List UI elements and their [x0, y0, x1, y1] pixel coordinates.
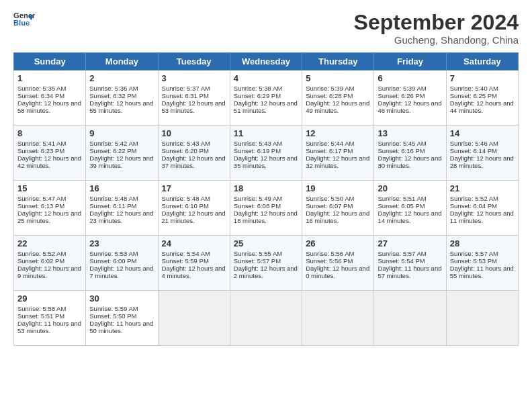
table-row: 23 Sunrise: 5:53 AM Sunset: 6:00 PM Dayl…: [86, 236, 158, 291]
empty-cell: [230, 291, 302, 346]
month-title: September 2024: [354, 11, 519, 34]
table-row: 1 Sunrise: 5:35 AM Sunset: 6:34 PM Dayli…: [14, 71, 86, 126]
table-row: 12 Sunrise: 5:44 AM Sunset: 6:17 PM Dayl…: [302, 126, 374, 181]
calendar-week-3: 15 Sunrise: 5:47 AM Sunset: 6:13 PM Dayl…: [14, 181, 519, 236]
calendar-week-2: 8 Sunrise: 5:41 AM Sunset: 6:23 PM Dayli…: [14, 126, 519, 181]
table-row: 11 Sunrise: 5:43 AM Sunset: 6:19 PM Dayl…: [230, 126, 302, 181]
location: Gucheng, Shandong, China: [354, 34, 519, 46]
logo: General Blue: [13, 11, 35, 30]
header-row: Sunday Monday Tuesday Wednesday Thursday…: [14, 53, 519, 71]
table-row: 30 Sunrise: 5:59 AM Sunset: 5:50 PM Dayl…: [86, 291, 158, 346]
empty-cell: [158, 291, 230, 346]
table-row: 15 Sunrise: 5:47 AM Sunset: 6:13 PM Dayl…: [14, 181, 86, 236]
table-row: 2 Sunrise: 5:36 AM Sunset: 6:32 PM Dayli…: [86, 71, 158, 126]
table-row: 20 Sunrise: 5:51 AM Sunset: 6:05 PM Dayl…: [374, 181, 446, 236]
col-monday: Monday: [86, 53, 158, 71]
table-row: 13 Sunrise: 5:45 AM Sunset: 6:16 PM Dayl…: [374, 126, 446, 181]
table-row: 26 Sunrise: 5:56 AM Sunset: 5:56 PM Dayl…: [302, 236, 374, 291]
calendar-week-4: 22 Sunrise: 5:52 AM Sunset: 6:02 PM Dayl…: [14, 236, 519, 291]
table-row: 3 Sunrise: 5:37 AM Sunset: 6:31 PM Dayli…: [158, 71, 230, 126]
calendar-week-1: 1 Sunrise: 5:35 AM Sunset: 6:34 PM Dayli…: [14, 71, 519, 126]
table-row: 6 Sunrise: 5:39 AM Sunset: 6:26 PM Dayli…: [374, 71, 446, 126]
table-row: 17 Sunrise: 5:48 AM Sunset: 6:10 PM Dayl…: [158, 181, 230, 236]
title-area: September 2024 Gucheng, Shandong, China: [354, 11, 519, 46]
empty-cell: [446, 291, 518, 346]
empty-cell: [302, 291, 374, 346]
col-sunday: Sunday: [14, 53, 86, 71]
table-row: 9 Sunrise: 5:42 AM Sunset: 6:22 PM Dayli…: [86, 126, 158, 181]
col-tuesday: Tuesday: [158, 53, 230, 71]
table-row: 28 Sunrise: 5:57 AM Sunset: 5:53 PM Dayl…: [446, 236, 518, 291]
calendar-week-5: 29 Sunrise: 5:58 AM Sunset: 5:51 PM Dayl…: [14, 291, 519, 346]
page-header: General Blue September 2024 Gucheng, Sha…: [13, 11, 519, 46]
table-row: 14 Sunrise: 5:46 AM Sunset: 6:14 PM Dayl…: [446, 126, 518, 181]
calendar-table: Sunday Monday Tuesday Wednesday Thursday…: [13, 52, 519, 346]
logo-icon: General Blue: [13, 11, 35, 30]
svg-text:Blue: Blue: [13, 19, 30, 27]
col-saturday: Saturday: [446, 53, 518, 71]
col-wednesday: Wednesday: [230, 53, 302, 71]
table-row: 10 Sunrise: 5:43 AM Sunset: 6:20 PM Dayl…: [158, 126, 230, 181]
table-row: 22 Sunrise: 5:52 AM Sunset: 6:02 PM Dayl…: [14, 236, 86, 291]
table-row: 16 Sunrise: 5:48 AM Sunset: 6:11 PM Dayl…: [86, 181, 158, 236]
col-friday: Friday: [374, 53, 446, 71]
table-row: 4 Sunrise: 5:38 AM Sunset: 6:29 PM Dayli…: [230, 71, 302, 126]
table-row: 29 Sunrise: 5:58 AM Sunset: 5:51 PM Dayl…: [14, 291, 86, 346]
calendar-page: General Blue September 2024 Gucheng, Sha…: [0, 0, 532, 411]
table-row: 18 Sunrise: 5:49 AM Sunset: 6:08 PM Dayl…: [230, 181, 302, 236]
table-row: 25 Sunrise: 5:55 AM Sunset: 5:57 PM Dayl…: [230, 236, 302, 291]
table-row: 21 Sunrise: 5:52 AM Sunset: 6:04 PM Dayl…: [446, 181, 518, 236]
col-thursday: Thursday: [302, 53, 374, 71]
empty-cell: [374, 291, 446, 346]
table-row: 24 Sunrise: 5:54 AM Sunset: 5:59 PM Dayl…: [158, 236, 230, 291]
table-row: 19 Sunrise: 5:50 AM Sunset: 6:07 PM Dayl…: [302, 181, 374, 236]
table-row: 7 Sunrise: 5:40 AM Sunset: 6:25 PM Dayli…: [446, 71, 518, 126]
table-row: 5 Sunrise: 5:39 AM Sunset: 6:28 PM Dayli…: [302, 71, 374, 126]
table-row: 8 Sunrise: 5:41 AM Sunset: 6:23 PM Dayli…: [14, 126, 86, 181]
table-row: 27 Sunrise: 5:57 AM Sunset: 5:54 PM Dayl…: [374, 236, 446, 291]
